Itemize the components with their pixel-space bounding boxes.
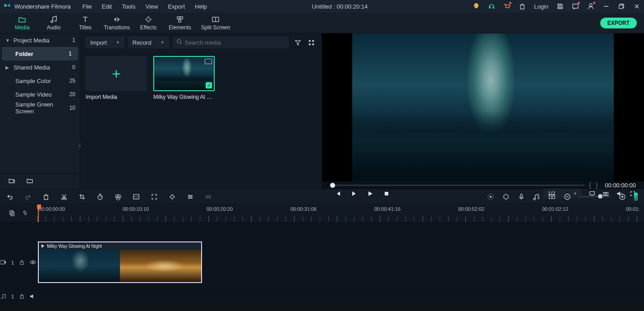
- tree-label: Sample Video: [15, 91, 69, 98]
- search-media[interactable]: [173, 37, 289, 48]
- preview-image: [352, 33, 614, 181]
- record-dropdown[interactable]: Record ▼: [128, 37, 169, 48]
- tree-sample-video[interactable]: Sample Video 20: [0, 88, 80, 101]
- import-media-card[interactable]: + Import Media: [86, 56, 147, 100]
- tree-sample-green[interactable]: Sample Green Screen 10: [0, 101, 80, 115]
- video-track-body[interactable]: Milky Way Glowing At Night: [37, 236, 644, 289]
- record-screen-icon[interactable]: [548, 193, 556, 200]
- playhead[interactable]: [38, 204, 39, 222]
- audio-mixer-icon[interactable]: [205, 193, 212, 200]
- search-input[interactable]: [185, 39, 285, 46]
- mark-in-icon[interactable]: {: [589, 181, 591, 189]
- tab-transitions[interactable]: Transitions: [101, 13, 133, 33]
- export-button[interactable]: EXPORT: [600, 18, 637, 28]
- menu-tools[interactable]: Tools: [122, 3, 135, 10]
- login-link[interactable]: Login: [534, 3, 548, 10]
- elements-icon: [176, 15, 184, 23]
- tree-shared-media[interactable]: ▶ Shared Media 0: [0, 60, 80, 74]
- scrub-track[interactable]: [330, 185, 584, 186]
- tree-folder[interactable]: Folder 1: [2, 47, 78, 60]
- ruler-label: 00:01:: [626, 206, 640, 212]
- keyframe-icon[interactable]: [169, 193, 176, 200]
- mark-out-icon[interactable]: }: [596, 181, 598, 189]
- preview-canvas[interactable]: [322, 33, 644, 181]
- app-name: Wondershare Filmora: [14, 3, 71, 10]
- menu-edit[interactable]: Edit: [102, 3, 112, 10]
- settings-icon[interactable]: [187, 193, 194, 200]
- video-track: 1 Milky Way Glowing At Night: [0, 236, 644, 289]
- tab-audio[interactable]: Audio: [38, 13, 69, 33]
- link-icon[interactable]: [22, 209, 28, 218]
- zoom-in-icon[interactable]: [619, 193, 626, 200]
- zoom-out-icon[interactable]: [564, 193, 571, 200]
- window-restore-icon[interactable]: [618, 3, 625, 10]
- menu-view[interactable]: View: [145, 3, 158, 10]
- menu-file[interactable]: File: [83, 3, 92, 10]
- tree-sample-color[interactable]: Sample Color 25: [0, 74, 80, 88]
- voiceover-icon[interactable]: [518, 193, 525, 200]
- play-icon[interactable]: [367, 190, 373, 197]
- grid-view-icon[interactable]: [306, 37, 316, 47]
- account-icon[interactable]: [587, 3, 594, 10]
- clip-thumb: [39, 250, 120, 282]
- zoom-slider[interactable]: [579, 196, 611, 197]
- delete-icon[interactable]: [42, 193, 50, 200]
- import-dropdown[interactable]: Import ▼: [86, 37, 124, 48]
- lock-icon[interactable]: [19, 293, 24, 300]
- ruler-label: 00:00:52:02: [458, 206, 484, 212]
- save-icon[interactable]: [557, 3, 564, 10]
- render-icon[interactable]: [487, 193, 494, 200]
- play-pause-icon[interactable]: [351, 190, 357, 197]
- svg-rect-35: [20, 262, 23, 265]
- titlebar-right: Login: [473, 3, 640, 10]
- tree-project-media[interactable]: ▼ Project Media 1: [0, 33, 80, 47]
- media-clip-card[interactable]: ✓ Milky Way Glowing At Ni...: [153, 56, 215, 100]
- menu-help[interactable]: Help: [195, 3, 207, 10]
- audio-meter-icon[interactable]: [634, 193, 638, 201]
- audio-sync-icon[interactable]: [533, 193, 540, 200]
- marker-icon[interactable]: [502, 193, 510, 200]
- preview-scrub-bar: { } 00:00:00:00: [322, 181, 644, 189]
- resolution-badge-icon: [205, 59, 212, 64]
- svg-rect-1: [619, 5, 623, 9]
- tab-effects[interactable]: Effects: [133, 13, 164, 33]
- open-folder-icon[interactable]: [26, 177, 33, 186]
- ruler-label: 00:00:10:10: [123, 206, 149, 212]
- main-area: ▼ Project Media 1 Folder 1 ▶ Shared Medi…: [0, 33, 644, 189]
- tab-media[interactable]: Media: [6, 13, 38, 33]
- message-icon[interactable]: [572, 3, 579, 10]
- lock-icon[interactable]: [19, 260, 24, 266]
- lightbulb-icon[interactable]: [473, 3, 480, 10]
- filter-icon[interactable]: [293, 37, 303, 47]
- timeline-ruler[interactable]: 00:00:00:00 00:00:10:10 00:00:20:20 00:0…: [37, 204, 644, 222]
- green-screen-icon[interactable]: [133, 193, 140, 200]
- window-close-icon[interactable]: [633, 3, 640, 10]
- speed-icon[interactable]: [97, 193, 104, 200]
- undo-icon[interactable]: [6, 193, 14, 200]
- stop-icon[interactable]: [383, 190, 390, 197]
- audio-track-body[interactable]: [37, 289, 644, 304]
- tab-elements[interactable]: Elements: [164, 13, 196, 33]
- video-clip[interactable]: Milky Way Glowing At Night: [38, 241, 202, 283]
- tab-split-screen[interactable]: Split Screen: [196, 13, 235, 33]
- headset-icon[interactable]: [488, 3, 495, 10]
- new-folder-icon[interactable]: [8, 177, 15, 186]
- menu-export[interactable]: Export: [168, 3, 185, 10]
- tab-titles[interactable]: Titles: [69, 13, 101, 33]
- zoom-knob[interactable]: [598, 194, 603, 199]
- eye-icon[interactable]: [30, 260, 36, 265]
- paste-icon[interactable]: [9, 209, 15, 218]
- ruler-label: 00:00:00:00: [39, 206, 65, 212]
- trash-icon[interactable]: [519, 3, 526, 10]
- prev-frame-icon[interactable]: [335, 190, 341, 197]
- redo-icon[interactable]: [24, 193, 32, 200]
- adjust-icon[interactable]: [151, 193, 158, 200]
- svg-rect-10: [312, 43, 314, 45]
- window-minimize-icon[interactable]: [603, 3, 610, 10]
- cut-icon[interactable]: [60, 193, 68, 200]
- crop-icon[interactable]: [78, 193, 86, 200]
- cart-icon[interactable]: [503, 3, 511, 10]
- scrub-handle[interactable]: [330, 183, 335, 188]
- speaker-icon[interactable]: [30, 294, 36, 300]
- color-icon[interactable]: [115, 193, 122, 200]
